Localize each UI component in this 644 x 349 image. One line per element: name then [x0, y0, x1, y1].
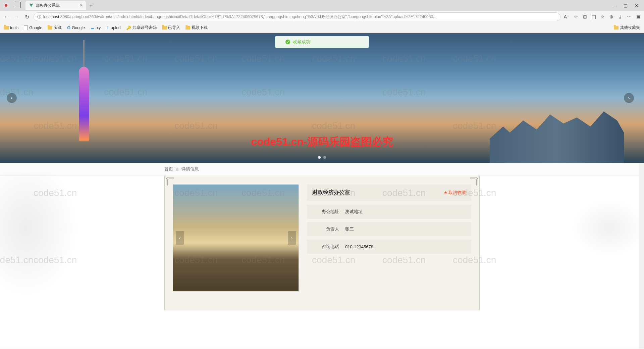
cloud-icon: ☁	[90, 26, 94, 30]
tab-stack-icon[interactable]	[15, 3, 21, 8]
bookmark-share-account[interactable]: 🔑共享账号密码	[126, 25, 157, 31]
close-window-button[interactable]: ✕	[634, 3, 639, 8]
url-host: localhost	[43, 14, 59, 19]
reading-mode-icon[interactable]: A⁺	[564, 14, 569, 19]
skyline-graphic	[490, 102, 624, 163]
detail-header: 财政经济办公室 ★ 取消收藏	[307, 184, 471, 201]
bookmark-txy[interactable]: ☁txy	[90, 26, 101, 30]
background-decoration	[0, 174, 87, 308]
bookmark-uplod[interactable]: ⇧uplod	[106, 26, 120, 30]
bookmarks-bar: tools Google 宝藏 GGoogle ☁txy ⇧uplod 🔑共享账…	[0, 23, 644, 33]
refresh-button[interactable]: ↻	[23, 14, 30, 20]
tower-graphic	[79, 40, 89, 161]
browser-chrome: 政务办公系统 × + — ▢ ✕ ← → ↻ ⓘ localhost :8080…	[0, 0, 644, 33]
favorite-icon[interactable]: ☆	[574, 14, 578, 19]
key-icon: 🔑	[126, 26, 131, 30]
toast-success: ✓ 收藏成功!	[275, 36, 369, 48]
banner-dot[interactable]	[318, 156, 321, 159]
url-input[interactable]: ⓘ localhost :8080/springboot260dw/front/…	[34, 12, 560, 21]
info-label: 办公地址	[312, 209, 339, 215]
bookmark-google[interactable]: GGoogle	[67, 25, 85, 30]
banner-next-button[interactable]: ›	[624, 93, 634, 103]
bookmark-baozang[interactable]: 宝藏	[48, 25, 62, 31]
banner-watermark: code51.cn-源码乐园盗图必究	[251, 135, 393, 149]
breadcrumb-separator: ☰	[176, 167, 179, 171]
image-prev-button[interactable]: ‹	[176, 231, 184, 245]
info-row-manager: 负责人 张三	[307, 222, 471, 236]
image-next-button[interactable]: ›	[288, 231, 296, 245]
info-value: 张三	[345, 226, 354, 232]
corner-decoration	[470, 178, 478, 186]
detail-image: ‹ ›	[173, 184, 299, 292]
info-label: 咨询电话	[312, 244, 339, 250]
breadcrumb-current: 详情信息	[181, 166, 199, 172]
folder-icon	[614, 26, 619, 30]
more-icon[interactable]: ⋯	[627, 14, 632, 19]
bookmark-other[interactable]: 其他收藏夹	[614, 25, 640, 31]
upload-icon: ⇧	[106, 26, 109, 30]
minimize-button[interactable]: —	[612, 3, 617, 8]
extension-icon[interactable]: ⊞	[583, 14, 587, 19]
split-icon[interactable]: ◫	[592, 14, 596, 19]
profile-icon[interactable]	[3, 2, 9, 9]
banner-prev-button[interactable]: ‹	[7, 93, 17, 103]
page-viewport: ✓ 收藏成功! ‹ › code51.cn-源码乐园盗图必究 首页 ☰ 详情信息	[0, 33, 644, 349]
site-info-icon[interactable]: ⓘ	[37, 14, 41, 20]
info-label: 负责人	[312, 226, 339, 232]
forward-button[interactable]: →	[13, 14, 20, 20]
hero-banner: ‹ › code51.cn-源码乐园盗图必究	[0, 33, 644, 163]
toast-message: 收藏成功!	[293, 39, 312, 45]
content: ‹ › 财政经济办公室 ★ 取消收藏 办公地址 测试地址 负责人 张三	[164, 176, 480, 310]
address-bar: ← → ↻ ⓘ localhost :8080/springboot260dw/…	[0, 11, 644, 23]
bookmark-video-download[interactable]: 视频下载	[185, 25, 208, 31]
browser-tab[interactable]: 政务办公系统 ×	[25, 1, 86, 10]
info-row-phone: 咨询电话 010-12345678	[307, 240, 471, 254]
page-icon	[24, 26, 28, 30]
folder-icon	[4, 26, 9, 30]
detail-card: ‹ › 财政经济办公室 ★ 取消收藏 办公地址 测试地址 负责人 张三	[164, 176, 480, 310]
downloads-icon[interactable]: ⤓	[618, 14, 622, 19]
maximize-button[interactable]: ▢	[623, 3, 628, 8]
folder-icon	[185, 26, 190, 30]
browser-tools-icon[interactable]: ⊕	[609, 14, 613, 19]
detail-info: 财政经济办公室 ★ 取消收藏 办公地址 测试地址 负责人 张三 咨询电话 010	[307, 184, 471, 302]
url-path: :8080/springboot260dw/front/dist/index.h…	[59, 14, 436, 20]
back-button[interactable]: ←	[3, 14, 10, 20]
detail-title: 财政经济办公室	[312, 189, 350, 196]
tab-title: 政务办公系统	[36, 3, 77, 8]
breadcrumb: 首页 ☰ 详情信息	[0, 163, 644, 176]
breadcrumb-home[interactable]: 首页	[164, 166, 173, 172]
star-icon: ★	[444, 190, 447, 195]
bookmark-imported[interactable]: 已导入	[162, 25, 180, 31]
bookmark-tools[interactable]: tools	[4, 26, 18, 30]
close-icon[interactable]: ×	[80, 3, 83, 8]
info-value: 010-12345678	[345, 244, 373, 249]
info-row-address: 办公地址 测试地址	[307, 205, 471, 219]
background-decoration	[565, 194, 639, 261]
vue-icon	[29, 3, 34, 8]
new-tab-button[interactable]: +	[89, 2, 93, 9]
folder-icon	[48, 26, 52, 30]
bookmark-google-page[interactable]: Google	[24, 26, 42, 30]
window-controls: — ▢ ✕	[612, 3, 641, 8]
banner-dot[interactable]	[323, 156, 326, 159]
collections-icon[interactable]: ✧	[601, 14, 605, 19]
sidebar-icon[interactable]: ▣	[636, 14, 641, 19]
google-icon: G	[67, 25, 70, 30]
folder-icon	[162, 26, 167, 30]
info-value: 测试地址	[345, 209, 363, 215]
banner-dots	[318, 156, 326, 159]
tab-bar: 政务办公系统 × + — ▢ ✕	[0, 0, 644, 11]
check-icon: ✓	[285, 40, 290, 44]
cancel-favorite-button[interactable]: ★ 取消收藏	[444, 190, 466, 196]
